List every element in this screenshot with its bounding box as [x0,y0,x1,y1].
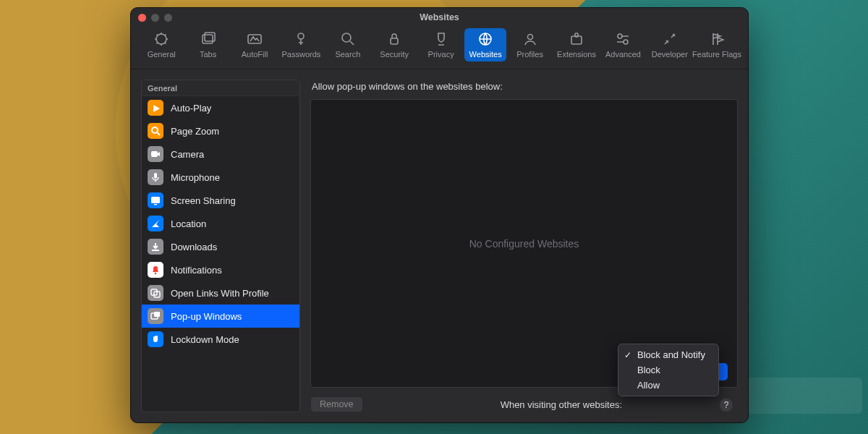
svg-rect-16 [151,197,160,203]
sidebar-item-label: Auto-Play [171,103,211,114]
extensions-icon [569,31,584,47]
developer-icon [662,31,678,47]
tab-search[interactable]: Search [325,28,371,59]
tab-label: Privacy [428,50,454,59]
menu-item-label: Block [637,365,660,375]
svg-point-18 [155,273,157,275]
sidebar-item-label: Location [171,218,206,229]
mic-icon [148,169,163,185]
tab-advanced[interactable]: Advanced [600,28,646,59]
menu-item-label: Allow [637,380,660,391]
svg-rect-15 [154,173,157,179]
tab-autofill[interactable]: AutoFill [231,28,278,59]
window-title: Websites [131,12,748,22]
tab-developer[interactable]: Developer [647,28,693,59]
svg-rect-1 [203,35,213,43]
privacy-icon [433,31,449,47]
passwords-icon [293,31,309,47]
svg-point-12 [624,40,628,44]
sidebar-item-popup[interactable]: Pop-up Windows [142,305,299,328]
sidebar-item-label: Microphone [171,172,220,183]
bell-icon [148,262,163,278]
tab-label: Security [380,50,409,59]
sidebar-item-label: Screen Sharing [171,195,236,206]
svg-point-8 [527,35,532,40]
tab-label: AutoFill [242,50,268,59]
close-icon[interactable] [138,14,146,22]
general-icon [153,31,169,47]
tab-passwords[interactable]: Passwords [278,28,324,59]
sidebar-section-header: General [142,80,299,96]
tab-label: Search [335,50,360,59]
svg-rect-14 [151,151,158,157]
menu-item-1[interactable]: Block [618,362,718,378]
sidebar-item-play[interactable]: Auto-Play [142,96,299,119]
sidebar-item-label: Downloads [171,242,217,252]
svg-point-13 [152,127,158,133]
sidebar-item-label: Pop-up Windows [171,311,242,322]
tab-profiles[interactable]: Profiles [506,28,553,59]
tab-extensions[interactable]: Extensions [553,28,600,59]
sidebar-item-zoom[interactable]: Page Zoom [142,119,299,142]
zoom-icon[interactable] [164,14,172,22]
tab-tabs[interactable]: Tabs [184,28,231,59]
sidebar-item-download[interactable]: Downloads [142,235,299,258]
sidebar: General Auto-Play Page Zoom Camera Micro… [141,80,300,412]
tabs-icon [200,31,216,47]
titlebar: Websites [131,8,748,27]
tab-featureflags[interactable]: Feature Flags [693,28,741,59]
other-websites-label: When visiting other websites: [501,399,622,410]
sidebar-item-label: Camera [171,149,204,160]
svg-rect-22 [154,312,160,317]
sidebar-item-camera[interactable]: Camera [142,142,299,166]
tab-label: Websites [469,50,502,59]
tab-general[interactable]: General [138,28,184,59]
featureflags-icon [709,31,725,47]
svg-point-4 [298,33,304,39]
help-button[interactable]: ? [719,398,733,412]
menu-item-0[interactable]: ✓ Block and Notify [618,347,718,362]
svg-rect-6 [391,38,398,44]
dropdown-menu: ✓ Block and Notify Block Allow [618,344,719,396]
tab-privacy[interactable]: Privacy [417,28,464,59]
tab-label: General [148,50,176,59]
autofill-icon [247,31,263,47]
zoom-icon [148,123,163,139]
empty-state-text: No Configured Websites [469,238,579,250]
sidebar-item-label: Page Zoom [171,126,219,137]
menu-item-label: Block and Notify [637,349,705,360]
link-icon [148,285,163,301]
dropdown-button-edge[interactable] [719,363,728,380]
toolbar: General Tabs AutoFill Passwords Search S… [131,27,748,69]
sidebar-item-label: Notifications [171,265,222,276]
tab-security[interactable]: Security [371,28,417,59]
svg-point-5 [342,33,351,42]
sidebar-item-mic[interactable]: Microphone [142,166,299,189]
tab-label: Extensions [557,50,596,59]
advanced-icon [615,31,631,47]
menu-item-2[interactable]: Allow [618,378,718,393]
tab-label: Developer [652,50,688,59]
search-icon [340,31,356,47]
svg-rect-10 [575,33,578,37]
profiles-icon [522,31,538,47]
sidebar-item-bell[interactable]: Notifications [142,258,299,281]
sidebar-item-link[interactable]: Open Links With Profile [142,281,299,305]
location-icon [148,216,163,231]
minimize-icon[interactable] [151,14,159,22]
tab-label: Feature Flags [692,50,741,59]
remove-button[interactable]: Remove [310,396,363,412]
sidebar-list: Auto-Play Page Zoom Camera Microphone Sc… [142,96,299,412]
tab-websites[interactable]: Websites [464,28,507,61]
sidebar-item-label: Lockdown Mode [171,334,239,345]
play-icon [148,100,163,116]
preferences-window: Websites General Tabs AutoFill Passwords… [130,7,749,423]
sidebar-item-location[interactable]: Location [142,212,299,235]
download-icon [148,239,163,255]
tab-label: Tabs [200,50,216,59]
sidebar-item-hand[interactable]: Lockdown Mode [142,328,299,351]
tab-label: Advanced [605,50,641,59]
sidebar-item-label: Open Links With Profile [171,288,269,299]
sidebar-item-screen[interactable]: Screen Sharing [142,189,299,212]
camera-icon [148,146,163,162]
